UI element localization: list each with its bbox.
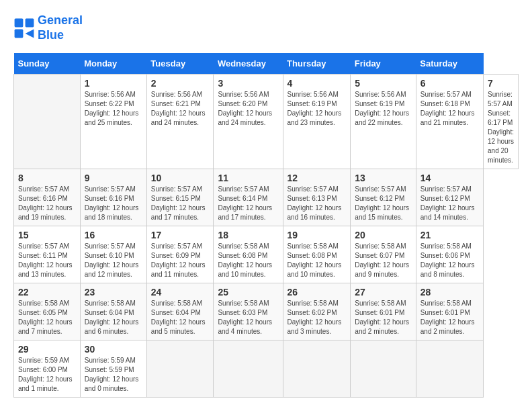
day-number: 20 [355,230,411,240]
calendar-week-row: 8Sunrise: 5:57 AMSunset: 6:16 PMDaylight… [14,169,519,226]
calendar-day-cell: 29Sunrise: 5:59 AMSunset: 6:00 PMDayligh… [14,340,81,398]
calendar-day-cell: 6Sunrise: 5:57 AMSunset: 6:18 PMDaylight… [416,75,483,169]
day-detail: Sunrise: 5:58 AMSunset: 6:06 PMDaylight:… [420,242,479,279]
day-number: 22 [18,287,76,298]
day-detail: Sunrise: 5:57 AMSunset: 6:16 PMDaylight:… [85,185,142,222]
day-number: 29 [18,344,76,355]
calendar-day-cell: 24Sunrise: 5:58 AMSunset: 6:04 PMDayligh… [146,283,214,340]
day-number: 3 [218,78,278,89]
calendar-day-cell: 25Sunrise: 5:58 AMSunset: 6:03 PMDayligh… [214,283,283,340]
logo: General Blue [13,13,83,42]
day-number: 25 [218,287,278,298]
calendar-day-cell: 26Sunrise: 5:58 AMSunset: 6:02 PMDayligh… [283,283,351,340]
calendar-day-cell: 28Sunrise: 5:58 AMSunset: 6:01 PMDayligh… [416,283,483,340]
calendar-day-cell: 19Sunrise: 5:58 AMSunset: 6:08 PMDayligh… [283,226,351,283]
calendar-day-cell [351,340,416,398]
page-header: General Blue [13,13,519,42]
day-header-friday: Friday [351,53,416,75]
day-number: 21 [420,230,479,240]
calendar-day-cell: 12Sunrise: 5:57 AMSunset: 6:13 PMDayligh… [283,169,351,226]
calendar-day-cell: 3Sunrise: 5:56 AMSunset: 6:20 PMDaylight… [214,75,283,169]
day-number: 9 [85,173,142,183]
day-detail: Sunrise: 5:57 AMSunset: 6:17 PMDaylight:… [488,90,514,165]
calendar-day-cell: 15Sunrise: 5:57 AMSunset: 6:11 PMDayligh… [14,226,81,283]
day-number: 8 [18,173,76,183]
calendar-day-cell: 17Sunrise: 5:57 AMSunset: 6:09 PMDayligh… [146,226,214,283]
day-number: 6 [420,78,479,89]
calendar-day-cell [146,340,214,398]
day-detail: Sunrise: 5:57 AMSunset: 6:12 PMDaylight:… [420,185,479,222]
calendar-day-cell: 14Sunrise: 5:57 AMSunset: 6:12 PMDayligh… [416,169,483,226]
calendar-header-row: SundayMondayTuesdayWednesdayThursdayFrid… [14,53,519,75]
day-detail: Sunrise: 5:57 AMSunset: 6:15 PMDaylight:… [151,185,210,222]
day-number: 30 [85,344,142,355]
day-number: 24 [151,287,210,298]
day-detail: Sunrise: 5:57 AMSunset: 6:13 PMDaylight:… [287,185,347,222]
calendar-day-cell: 23Sunrise: 5:58 AMSunset: 6:04 PMDayligh… [80,283,146,340]
calendar-day-cell: 2Sunrise: 5:56 AMSunset: 6:21 PMDaylight… [146,75,214,169]
day-detail: Sunrise: 5:57 AMSunset: 6:10 PMDaylight:… [85,242,142,279]
logo-text: General Blue [38,13,83,42]
day-number: 19 [287,230,347,240]
day-number: 16 [85,230,142,240]
day-number: 10 [151,173,210,183]
calendar-day-cell: 13Sunrise: 5:57 AMSunset: 6:12 PMDayligh… [351,169,416,226]
day-header-saturday: Saturday [416,53,483,75]
calendar-day-cell [214,340,283,398]
day-header-tuesday: Tuesday [146,53,214,75]
day-detail: Sunrise: 5:56 AMSunset: 6:19 PMDaylight:… [355,90,411,128]
day-detail: Sunrise: 5:58 AMSunset: 6:04 PMDaylight:… [85,299,142,336]
day-detail: Sunrise: 5:57 AMSunset: 6:11 PMDaylight:… [18,242,76,279]
day-number: 26 [287,287,347,298]
day-number: 1 [85,78,142,89]
day-detail: Sunrise: 5:59 AMSunset: 6:00 PMDaylight:… [18,356,76,394]
day-number: 12 [287,173,347,183]
calendar-week-row: 1Sunrise: 5:56 AMSunset: 6:22 PMDaylight… [14,75,519,169]
day-detail: Sunrise: 5:58 AMSunset: 6:05 PMDaylight:… [18,299,76,336]
day-number: 27 [355,287,411,298]
day-detail: Sunrise: 5:58 AMSunset: 6:07 PMDaylight:… [355,242,411,279]
day-detail: Sunrise: 5:58 AMSunset: 6:08 PMDaylight:… [287,242,347,279]
day-header-thursday: Thursday [283,53,351,75]
logo-icon [13,17,35,39]
day-detail: Sunrise: 5:58 AMSunset: 6:01 PMDaylight:… [420,299,479,336]
day-detail: Sunrise: 5:56 AMSunset: 6:19 PMDaylight:… [287,90,347,128]
day-number: 5 [355,78,411,89]
calendar-day-cell: 16Sunrise: 5:57 AMSunset: 6:10 PMDayligh… [80,226,146,283]
calendar-day-cell: 4Sunrise: 5:56 AMSunset: 6:19 PMDaylight… [283,75,351,169]
day-number: 7 [488,78,514,89]
day-number: 11 [218,173,278,183]
calendar-week-row: 22Sunrise: 5:58 AMSunset: 6:05 PMDayligh… [14,283,519,340]
day-detail: Sunrise: 5:57 AMSunset: 6:09 PMDaylight:… [151,242,210,279]
svg-rect-0 [15,18,24,27]
day-detail: Sunrise: 5:56 AMSunset: 6:21 PMDaylight:… [151,90,210,128]
day-number: 15 [18,230,76,240]
calendar-day-cell: 1Sunrise: 5:56 AMSunset: 6:22 PMDaylight… [80,75,146,169]
calendar-day-cell: 21Sunrise: 5:58 AMSunset: 6:06 PMDayligh… [416,226,483,283]
svg-rect-1 [26,18,34,27]
day-header-wednesday: Wednesday [214,53,283,75]
day-detail: Sunrise: 5:57 AMSunset: 6:14 PMDaylight:… [218,185,278,222]
calendar-day-cell: 11Sunrise: 5:57 AMSunset: 6:14 PMDayligh… [214,169,283,226]
svg-marker-3 [26,29,34,38]
calendar-day-cell: 9Sunrise: 5:57 AMSunset: 6:16 PMDaylight… [80,169,146,226]
calendar-day-cell: 7Sunrise: 5:57 AMSunset: 6:17 PMDaylight… [484,75,519,169]
day-header-sunday: Sunday [14,53,81,75]
day-number: 2 [151,78,210,89]
day-detail: Sunrise: 5:58 AMSunset: 6:08 PMDaylight:… [218,242,278,279]
calendar-day-cell: 20Sunrise: 5:58 AMSunset: 6:07 PMDayligh… [351,226,416,283]
day-detail: Sunrise: 5:56 AMSunset: 6:20 PMDaylight:… [218,90,278,128]
calendar-day-cell [283,340,351,398]
day-detail: Sunrise: 5:58 AMSunset: 6:01 PMDaylight:… [355,299,411,336]
calendar-table: SundayMondayTuesdayWednesdayThursdayFrid… [13,53,519,398]
day-number: 17 [151,230,210,240]
svg-rect-2 [15,29,24,38]
empty-cell [14,75,81,169]
calendar-body: 1Sunrise: 5:56 AMSunset: 6:22 PMDaylight… [14,75,519,398]
day-detail: Sunrise: 5:59 AMSunset: 5:59 PMDaylight:… [85,356,142,394]
day-detail: Sunrise: 5:58 AMSunset: 6:03 PMDaylight:… [218,299,278,336]
day-detail: Sunrise: 5:58 AMSunset: 6:04 PMDaylight:… [151,299,210,336]
day-number: 18 [218,230,278,240]
calendar-day-cell: 10Sunrise: 5:57 AMSunset: 6:15 PMDayligh… [146,169,214,226]
day-detail: Sunrise: 5:58 AMSunset: 6:02 PMDaylight:… [287,299,347,336]
